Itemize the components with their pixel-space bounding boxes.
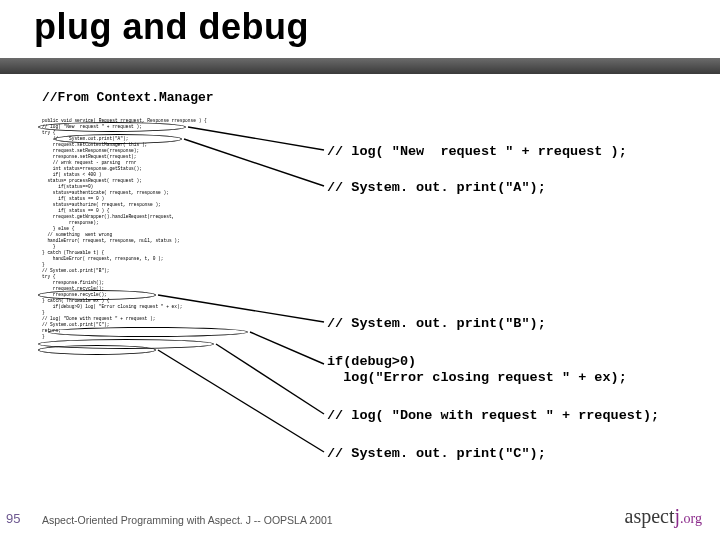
source-header: //From Context.Manager [42,90,700,105]
tiny-code-line: } [42,334,277,340]
oval-print-c [38,345,156,355]
extract-log-err: log("Error closing request " + ex); [327,370,627,385]
extract-if-debug: if(debug>0) [327,354,416,369]
extract-log-new: // log( "New request " + rrequest ); [327,144,627,159]
logo-org: org [684,511,702,526]
extract-log-done: // log( "Done with request " + rrequest)… [327,408,659,423]
extract-print-a: // System. out. print("A"); [327,180,546,195]
oval-log-done [38,339,214,349]
tiny-code-block: public void service( Request rrequest, R… [42,118,277,340]
slide-title: plug and debug [34,6,720,48]
svg-line-4 [216,344,324,414]
footer-text: Aspect-Oriented Programming with Aspect.… [42,514,333,526]
page-number: 95 [6,511,20,526]
extract-print-b: // System. out. print("B"); [327,316,546,331]
footer: 95 Aspect-Oriented Programming with Aspe… [0,500,720,530]
slide: plug and debug //From Context.Manager pu… [0,0,720,540]
logo-aspect: aspect [625,505,675,527]
content-area: //From Context.Manager public void servi… [42,90,700,490]
title-bar: plug and debug [0,0,720,74]
svg-line-5 [158,350,324,452]
aspectj-logo: aspectj.org [625,505,702,528]
extract-print-c: // System. out. print("C"); [327,446,546,461]
